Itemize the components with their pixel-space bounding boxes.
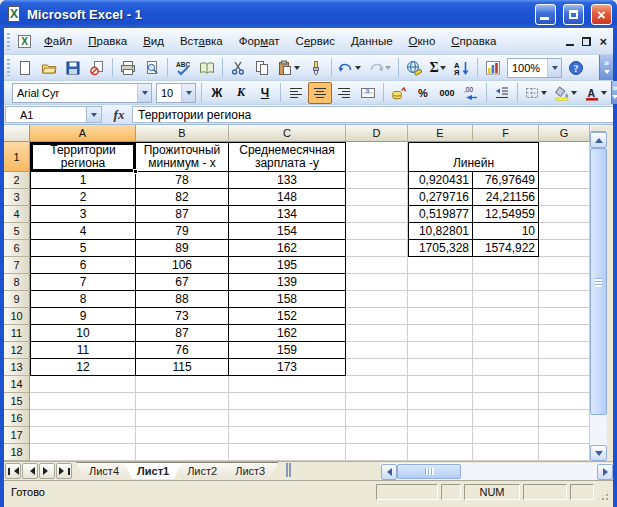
- help-button[interactable]: ?: [564, 57, 588, 79]
- undo-button[interactable]: [335, 57, 365, 79]
- cell-G10[interactable]: [539, 308, 590, 325]
- cell-G16[interactable]: [539, 410, 590, 427]
- cell-G4[interactable]: [539, 206, 590, 223]
- undo-dropdown-icon[interactable]: [354, 62, 362, 73]
- cell-B8[interactable]: 67: [136, 274, 229, 291]
- maximize-button[interactable]: [563, 4, 584, 25]
- cell-D16[interactable]: [346, 410, 408, 427]
- menu-item-Вид[interactable]: Вид: [135, 31, 172, 51]
- menu-item-Справка[interactable]: Справка: [443, 31, 504, 51]
- row-header-10[interactable]: 10: [4, 308, 30, 325]
- cell-C6[interactable]: 162: [229, 240, 346, 257]
- cell-G8[interactable]: [539, 274, 590, 291]
- autosum-button[interactable]: Σ: [426, 57, 450, 79]
- sheet-tab-Лист2[interactable]: Лист2: [174, 462, 230, 479]
- name-box[interactable]: A1: [5, 106, 87, 123]
- cell-D8[interactable]: [346, 274, 408, 291]
- align-left-button[interactable]: [284, 82, 308, 104]
- scroll-right-button[interactable]: [597, 464, 613, 480]
- paste-button[interactable]: [274, 57, 304, 79]
- cell-A14[interactable]: [30, 376, 136, 393]
- cell-B10[interactable]: 73: [136, 308, 229, 325]
- align-right-button[interactable]: [332, 82, 356, 104]
- next-sheet-button[interactable]: [39, 463, 55, 479]
- cell-G9[interactable]: [539, 291, 590, 308]
- first-sheet-button[interactable]: [5, 463, 21, 479]
- cell-G18[interactable]: [539, 444, 590, 461]
- cell-G11[interactable]: [539, 325, 590, 342]
- cell-G6[interactable]: [539, 240, 590, 257]
- row-header-15[interactable]: 15: [4, 393, 30, 410]
- cell-F4[interactable]: 12,54959: [473, 206, 539, 223]
- cell-C2[interactable]: 133: [229, 172, 346, 189]
- row-header-12[interactable]: 12: [4, 342, 30, 359]
- last-sheet-button[interactable]: [56, 463, 72, 479]
- cell-A6[interactable]: 5: [30, 240, 136, 257]
- font-size-dropdown-icon[interactable]: [181, 84, 195, 102]
- workbook-minimize-icon[interactable]: [566, 44, 574, 46]
- cell-E9[interactable]: [408, 291, 473, 308]
- cell-C5[interactable]: 154: [229, 223, 346, 240]
- cell-E17[interactable]: [408, 427, 473, 444]
- cell-G12[interactable]: [539, 342, 590, 359]
- format-painter-button[interactable]: [304, 57, 328, 79]
- menu-item-Правка[interactable]: Правка: [80, 31, 135, 51]
- minimize-button[interactable]: [535, 4, 556, 25]
- select-all-corner[interactable]: [4, 125, 30, 142]
- font-size-combo[interactable]: 10: [156, 83, 196, 103]
- cell-G2[interactable]: [539, 172, 590, 189]
- cell-D6[interactable]: [346, 240, 408, 257]
- sheet-tab-Лист1[interactable]: Лист1: [124, 462, 182, 479]
- open-button[interactable]: [37, 57, 61, 79]
- borders-button[interactable]: [521, 82, 551, 104]
- cell-F12[interactable]: [473, 342, 539, 359]
- cell-A13[interactable]: 12: [30, 359, 136, 376]
- thousands-button[interactable]: 000: [435, 82, 459, 104]
- currency-button[interactable]: [387, 82, 411, 104]
- previous-sheet-button[interactable]: [22, 463, 38, 479]
- vertical-scroll-thumb[interactable]: [590, 148, 607, 415]
- insert-hyperlink-button[interactable]: [402, 57, 426, 79]
- cell-C18[interactable]: [229, 444, 346, 461]
- cell-A2[interactable]: 1: [30, 172, 136, 189]
- row-header-13[interactable]: 13: [4, 359, 30, 376]
- paste-dropdown-icon[interactable]: [293, 62, 301, 73]
- cell-C3[interactable]: 148: [229, 189, 346, 206]
- cell-D13[interactable]: [346, 359, 408, 376]
- row-header-8[interactable]: 8: [4, 274, 30, 291]
- research-button[interactable]: [195, 57, 219, 79]
- toolbar-options-button-2[interactable]: »: [611, 81, 617, 104]
- italic-button[interactable]: К: [229, 82, 253, 104]
- cell-B6[interactable]: 89: [136, 240, 229, 257]
- cell-C16[interactable]: [229, 410, 346, 427]
- cut-button[interactable]: [226, 57, 250, 79]
- cell-C13[interactable]: 173: [229, 359, 346, 376]
- fill-handle[interactable]: [133, 169, 138, 174]
- cell-A10[interactable]: 9: [30, 308, 136, 325]
- cell-B12[interactable]: 76: [136, 342, 229, 359]
- cell-G15[interactable]: [539, 393, 590, 410]
- cell-B11[interactable]: 87: [136, 325, 229, 342]
- cell-E2[interactable]: 0,920431: [408, 172, 473, 189]
- cell-B1[interactable]: Прожиточный минимум - x: [136, 142, 229, 172]
- print-button[interactable]: [116, 57, 140, 79]
- cell-F17[interactable]: [473, 427, 539, 444]
- cell-E11[interactable]: [408, 325, 473, 342]
- cell-C7[interactable]: 195: [229, 257, 346, 274]
- cell-D11[interactable]: [346, 325, 408, 342]
- cell-D18[interactable]: [346, 444, 408, 461]
- cell-A17[interactable]: [30, 427, 136, 444]
- cell-B17[interactable]: [136, 427, 229, 444]
- percent-button[interactable]: %: [411, 82, 435, 104]
- fill-color-dropdown-icon[interactable]: [570, 87, 578, 98]
- menu-item-Данные[interactable]: Данные: [343, 31, 401, 51]
- cell-D12[interactable]: [346, 342, 408, 359]
- cell-E16[interactable]: [408, 410, 473, 427]
- spelling-button[interactable]: ABC: [171, 57, 195, 79]
- cell-A9[interactable]: 8: [30, 291, 136, 308]
- cell-C12[interactable]: 159: [229, 342, 346, 359]
- col-header-D[interactable]: D: [346, 125, 408, 142]
- menubar-grip-handle[interactable]: [7, 33, 10, 50]
- cell-E10[interactable]: [408, 308, 473, 325]
- cell-A7[interactable]: 6: [30, 257, 136, 274]
